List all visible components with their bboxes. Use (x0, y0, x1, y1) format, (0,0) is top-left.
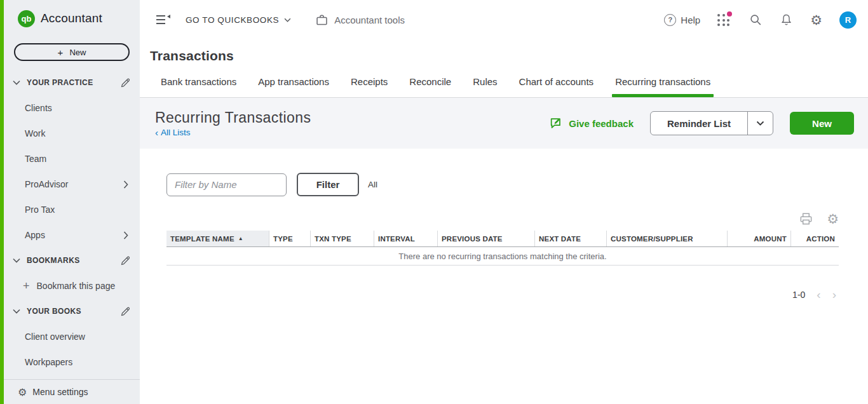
help-button[interactable]: ? Help (664, 14, 700, 26)
new-recurring-transaction-button[interactable]: New (790, 112, 854, 135)
tab-bank-transactions[interactable]: Bank transactions (160, 76, 237, 97)
filter-row: Filter All (166, 173, 839, 196)
subheader: Recurring Transactions ‹ All Lists Give … (140, 98, 868, 149)
column-header-next-date[interactable]: NEXT DATE (535, 231, 607, 246)
sidebar-item-label: Work (25, 128, 45, 138)
tab-receipts[interactable]: Receipts (350, 76, 388, 97)
table-header-row: TEMPLATE NAME ▲ TYPE TXN TYPE INTERVAL P… (166, 231, 839, 247)
sidebar-item-apps[interactable]: Apps (4, 222, 140, 248)
tab-rules[interactable]: Rules (472, 76, 498, 97)
chevron-down-icon (13, 80, 20, 85)
sort-asc-icon: ▲ (238, 236, 243, 241)
column-label: TXN TYPE (315, 235, 351, 243)
give-feedback-button[interactable]: Give feedback (549, 116, 634, 130)
sidebar-item-label: Apps (25, 230, 45, 240)
tab-reconcile[interactable]: Reconcile (409, 76, 452, 97)
sidebar-section-your-practice[interactable]: YOUR PRACTICE (4, 70, 140, 95)
reminder-list-button[interactable]: Reminder List (651, 112, 747, 135)
sidebar: qb Accountant + New YOUR PRACTICE Client… (4, 0, 140, 404)
sidebar-item-label: Clients (25, 103, 52, 113)
sidebar-item-clients[interactable]: Clients (4, 95, 140, 121)
apps-grid-icon[interactable] (717, 13, 731, 27)
sidebar-item-label: Bookmark this page (37, 281, 116, 291)
reminder-list-dropdown-toggle[interactable] (747, 112, 773, 135)
filter-button[interactable]: Filter (297, 173, 359, 196)
column-label: NEXT DATE (539, 235, 581, 243)
chevron-down-icon (756, 121, 764, 126)
chevron-down-icon (13, 258, 20, 263)
column-header-amount[interactable]: AMOUNT (728, 231, 791, 246)
avatar[interactable]: R (839, 11, 857, 29)
reminder-list-split-button: Reminder List (650, 111, 773, 135)
pagination: 1-0 ‹ › (166, 288, 839, 300)
chevron-down-icon (284, 18, 291, 22)
column-label: CUSTOMER/SUPPLIER (611, 235, 693, 243)
logo-monogram: qb (22, 14, 32, 24)
sidebar-item-label: Pro Tax (25, 205, 55, 215)
table-settings-gear-icon[interactable]: ⚙ (827, 212, 839, 226)
table-tools: ⚙ (166, 210, 839, 227)
logo-row: qb Accountant (4, 0, 140, 37)
brand-name: Accountant (41, 11, 102, 25)
menu-settings-label: Menu settings (32, 387, 88, 397)
empty-state-row: There are no recurring transactions matc… (166, 247, 839, 266)
subheader-actions: Give feedback Reminder List New (549, 111, 858, 135)
pagination-prev-icon[interactable]: ‹ (817, 288, 820, 300)
edit-pencil-icon[interactable] (120, 255, 131, 266)
gear-icon: ⚙ (18, 386, 27, 398)
menu-settings-button[interactable]: ⚙ Menu settings (4, 379, 140, 404)
column-header-previous-date[interactable]: PREVIOUS DATE (438, 231, 535, 246)
filter-by-name-input[interactable] (166, 173, 287, 196)
pagination-next-icon[interactable]: › (832, 288, 836, 300)
column-label: ACTION (806, 235, 835, 243)
sidebar-item-team[interactable]: Team (4, 146, 140, 172)
notification-dot (727, 11, 732, 17)
print-icon[interactable] (799, 212, 813, 226)
sidebar-section-bookmarks[interactable]: BOOKMARKS (4, 248, 140, 273)
sidebar-item-label: Workpapers (25, 357, 72, 367)
accountant-tools-button[interactable]: Accountant tools (315, 13, 405, 27)
sidebar-item-client-overview[interactable]: Client overview (4, 324, 140, 349)
sidebar-item-proadvisor[interactable]: ProAdvisor (4, 172, 140, 197)
all-lists-link[interactable]: ‹ All Lists (155, 128, 311, 137)
column-header-action[interactable]: ACTION (791, 231, 839, 246)
sidebar-new-button[interactable]: + New (14, 43, 130, 61)
sidebar-item-label: ProAdvisor (25, 179, 68, 189)
column-header-type[interactable]: TYPE (269, 231, 311, 246)
new-button-label: New (69, 48, 86, 57)
column-header-template-name[interactable]: TEMPLATE NAME ▲ (166, 231, 269, 246)
collapse-sidebar-icon[interactable] (156, 15, 170, 25)
column-label: INTERVAL (378, 235, 415, 243)
sidebar-item-work[interactable]: Work (4, 121, 140, 146)
sidebar-item-workpapers[interactable]: Workpapers (4, 349, 140, 375)
accountant-tools-label: Accountant tools (334, 15, 405, 25)
sidebar-bookmark-this-page[interactable]: + Bookmark this page (4, 273, 140, 299)
give-feedback-label: Give feedback (569, 118, 634, 129)
go-to-quickbooks-label: GO TO QUICKBOOKS (186, 15, 279, 25)
column-header-customer-supplier[interactable]: CUSTOMER/SUPPLIER (607, 231, 728, 246)
settings-gear-icon[interactable]: ⚙ (810, 13, 822, 27)
recurring-transactions-table: TEMPLATE NAME ▲ TYPE TXN TYPE INTERVAL P… (166, 231, 839, 266)
filter-scope-label: All (368, 180, 377, 189)
tab-bar: Bank transactions App transactions Recei… (140, 76, 868, 98)
notifications-bell-icon[interactable] (780, 13, 793, 27)
go-to-quickbooks-dropdown[interactable]: GO TO QUICKBOOKS (186, 15, 291, 25)
tab-app-transactions[interactable]: App transactions (257, 76, 330, 97)
sidebar-item-label: Client overview (25, 332, 85, 342)
edit-pencil-icon[interactable] (120, 306, 131, 317)
sidebar-item-pro-tax[interactable]: Pro Tax (4, 197, 140, 222)
empty-state-message: There are no recurring transactions matc… (398, 252, 606, 261)
edit-pencil-icon[interactable] (120, 77, 131, 88)
topbar-right: ? Help ⚙ R (664, 11, 857, 29)
column-header-interval[interactable]: INTERVAL (374, 231, 438, 246)
column-header-txn-type[interactable]: TXN TYPE (311, 231, 374, 246)
tab-recurring-transactions[interactable]: Recurring transactions (614, 76, 711, 97)
sidebar-section-your-books[interactable]: YOUR BOOKS (4, 299, 140, 324)
chevron-right-icon (123, 231, 128, 239)
tab-chart-of-accounts[interactable]: Chart of accounts (519, 76, 595, 97)
column-label: TYPE (273, 235, 293, 243)
column-label: TEMPLATE NAME (170, 235, 234, 243)
pagination-range: 1-0 (792, 290, 805, 300)
search-icon[interactable] (749, 13, 763, 27)
help-icon: ? (664, 14, 676, 26)
